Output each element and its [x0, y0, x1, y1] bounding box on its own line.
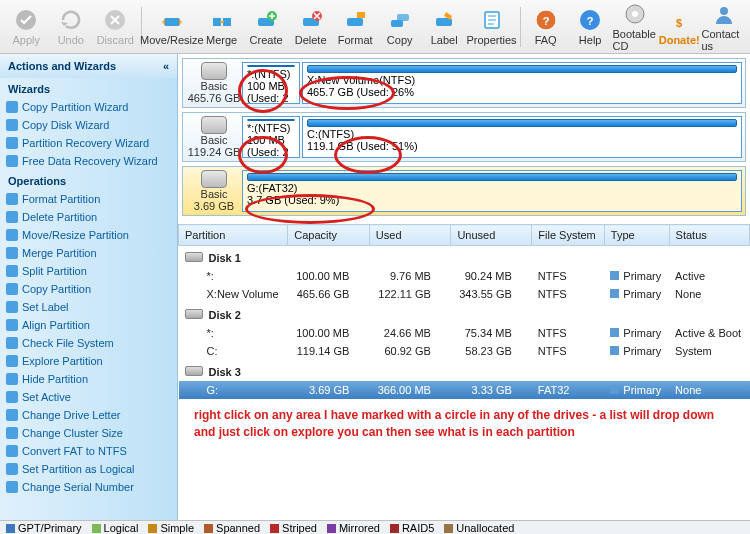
legend-item: Logical — [92, 522, 139, 534]
cell: Active & Boot — [669, 324, 749, 342]
legend-item: Spanned — [204, 522, 260, 534]
svg-rect-3 — [213, 18, 221, 26]
toolbar-create-button[interactable]: Create — [244, 2, 289, 52]
sidebar-item[interactable]: Change Drive Letter — [0, 406, 177, 424]
sidebar-item[interactable]: Change Cluster Size — [0, 424, 177, 442]
sidebar-item[interactable]: Hide Partition — [0, 370, 177, 388]
partition-block[interactable]: X:New Volume(NTFS)465.7 GB (Used: 26% — [302, 62, 742, 104]
format-icon — [343, 8, 367, 32]
merge-icon — [210, 8, 234, 32]
legend-item: Simple — [148, 522, 194, 534]
toolbar-faq-button[interactable]: ?FAQ — [523, 2, 568, 52]
toolbar-donate-button[interactable]: $Donate! — [657, 2, 702, 52]
cell: 24.66 MB — [369, 324, 451, 342]
svg-text:$: $ — [676, 17, 682, 29]
column-header[interactable]: Used — [369, 225, 451, 246]
disk-block[interactable]: Basic465.76 GB*:(NTFS)100 MB (Used: 2X:N… — [182, 58, 746, 108]
sidebar-item[interactable]: Move/Resize Partition — [0, 226, 177, 244]
sidebar-item[interactable]: Copy Disk Wizard — [0, 116, 177, 134]
donate-icon: $ — [667, 8, 691, 32]
collapse-icon[interactable]: « — [163, 60, 169, 72]
sidebar-item[interactable]: Copy Partition Wizard — [0, 98, 177, 116]
disk-block[interactable]: Basic119.24 GB*:(NTFS)100 MB (Used: 2C:(… — [182, 112, 746, 162]
disk-info: Basic119.24 GB — [186, 116, 242, 158]
sidebar-item[interactable]: Explore Partition — [0, 352, 177, 370]
partition-block[interactable]: G:(FAT32)3.7 GB (Used: 9%) — [242, 170, 742, 212]
table-row[interactable]: C:119.14 GB60.92 GB58.23 GBNTFSPrimarySy… — [179, 342, 750, 360]
cell: 90.24 MB — [451, 267, 532, 285]
discard-icon — [103, 8, 127, 32]
side-group-operations: Operations — [0, 170, 177, 190]
disk-icon — [201, 170, 227, 188]
cell: *: — [179, 324, 288, 342]
disk-info: Basic465.76 GB — [186, 62, 242, 104]
toolbar-properties-button[interactable]: Properties — [466, 2, 516, 52]
toolbar-discard-button[interactable]: Discard — [93, 2, 138, 52]
cell: None — [669, 381, 749, 399]
cell: 366.00 MB — [369, 381, 451, 399]
toolbar-contact-button[interactable]: Contact us — [701, 2, 746, 52]
toolbar-copy-button[interactable]: Copy — [377, 2, 422, 52]
copy-icon — [388, 8, 412, 32]
sidebar-item[interactable]: Change Serial Number — [0, 478, 177, 496]
cell: Primary — [604, 267, 669, 285]
column-header[interactable]: Partition — [179, 225, 288, 246]
sidebar-item[interactable]: Split Partition — [0, 262, 177, 280]
table-row[interactable]: X:New Volume465.66 GB122.11 GB343.55 GBN… — [179, 285, 750, 303]
partition-block[interactable]: *:(NTFS)100 MB (Used: 2 — [242, 116, 300, 158]
disk-header-row: Disk 3 — [179, 360, 750, 381]
partition-block[interactable]: C:(NTFS)119.1 GB (Used: 51%) — [302, 116, 742, 158]
column-header[interactable]: Capacity — [288, 225, 370, 246]
sidebar-item[interactable]: Format Partition — [0, 190, 177, 208]
toolbar-format-button[interactable]: Format — [333, 2, 378, 52]
cell: None — [669, 285, 749, 303]
cell: NTFS — [532, 285, 605, 303]
cell: 465.66 GB — [288, 285, 370, 303]
partition-table: PartitionCapacityUsedUnusedFile SystemTy… — [178, 224, 750, 520]
disk-block[interactable]: Basic3.69 GBG:(FAT32)3.7 GB (Used: 9%) — [182, 166, 746, 216]
sidebar-item[interactable]: Convert FAT to NTFS — [0, 442, 177, 460]
sidebar-item[interactable]: Set Active — [0, 388, 177, 406]
sidebar-item[interactable]: Align Partition — [0, 316, 177, 334]
cell: X:New Volume — [179, 285, 288, 303]
sidebar-item[interactable]: Partition Recovery Wizard — [0, 134, 177, 152]
column-header[interactable]: Status — [669, 225, 749, 246]
sidebar-item[interactable]: Set Label — [0, 298, 177, 316]
table-row[interactable]: *:100.00 MB9.76 MB90.24 MBNTFSPrimaryAct… — [179, 267, 750, 285]
cell: 122.11 GB — [369, 285, 451, 303]
table-row[interactable]: *:100.00 MB24.66 MB75.34 MBNTFSPrimaryAc… — [179, 324, 750, 342]
sidebar-item[interactable]: Delete Partition — [0, 208, 177, 226]
sidebar-item[interactable]: Set Partition as Logical — [0, 460, 177, 478]
toolbar-apply-button[interactable]: Apply — [4, 2, 49, 52]
sidebar-item[interactable]: Merge Partition — [0, 244, 177, 262]
cell: *: — [179, 267, 288, 285]
toolbar-undo-button[interactable]: Undo — [49, 2, 94, 52]
toolbar-delete-button[interactable]: Delete — [288, 2, 333, 52]
toolbar-merge-button[interactable]: Merge — [199, 2, 244, 52]
cell: NTFS — [532, 342, 605, 360]
cell: 343.55 GB — [451, 285, 532, 303]
properties-icon — [480, 8, 504, 32]
toolbar-bootcd-button[interactable]: Bootable CD — [612, 2, 657, 52]
sidebar-item[interactable]: Free Data Recovery Wizard — [0, 152, 177, 170]
column-header[interactable]: Type — [604, 225, 669, 246]
sidebar-item[interactable]: Check File System — [0, 334, 177, 352]
toolbar-moveresize-button[interactable]: Move/Resize — [144, 2, 199, 52]
disk-icon — [201, 62, 227, 80]
column-header[interactable]: Unused — [451, 225, 532, 246]
toolbar-help-button[interactable]: ?Help — [568, 2, 613, 52]
svg-rect-4 — [223, 18, 231, 26]
toolbar: ApplyUndoDiscardMove/ResizeMergeCreateDe… — [0, 0, 750, 54]
table-row[interactable]: G:3.69 GB366.00 MB3.33 GBFAT32PrimaryNon… — [179, 381, 750, 399]
svg-point-22 — [720, 7, 728, 15]
toolbar-label-button[interactable]: Label — [422, 2, 467, 52]
legend: GPT/PrimaryLogicalSimpleSpannedStripedMi… — [0, 520, 750, 534]
sidebar-item[interactable]: Copy Partition — [0, 280, 177, 298]
svg-rect-12 — [397, 14, 409, 21]
cell: G: — [179, 381, 288, 399]
column-header[interactable]: File System — [532, 225, 605, 246]
disk-icon — [201, 116, 227, 134]
sidebar: Actions and Wizards « WizardsCopy Partit… — [0, 54, 178, 520]
disk-header-row: Disk 2 — [179, 303, 750, 324]
partition-block[interactable]: *:(NTFS)100 MB (Used: 2 — [242, 62, 300, 104]
